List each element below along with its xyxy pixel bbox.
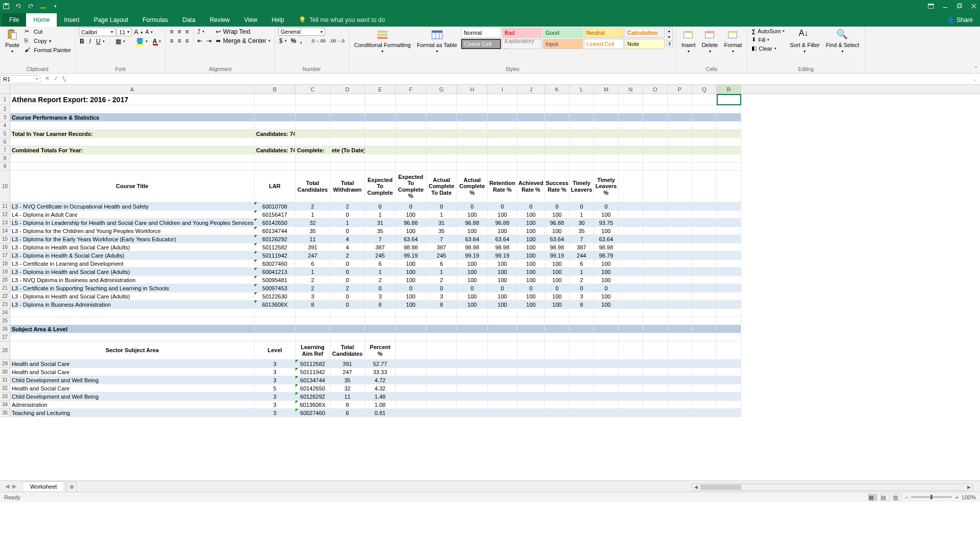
cell[interactable] bbox=[692, 284, 717, 292]
cell[interactable] bbox=[488, 163, 517, 171]
cell[interactable]: 100 bbox=[517, 301, 545, 309]
cell[interactable] bbox=[668, 94, 692, 105]
cell[interactable] bbox=[668, 276, 692, 284]
cell[interactable] bbox=[10, 138, 255, 146]
cell[interactable]: ete (To Date): 726 - 97.98% bbox=[330, 146, 365, 154]
cell[interactable] bbox=[717, 276, 741, 284]
cell[interactable]: 60134744 bbox=[255, 227, 295, 235]
cell[interactable]: 100 bbox=[396, 260, 426, 268]
cell[interactable] bbox=[643, 409, 668, 417]
cell[interactable] bbox=[692, 292, 717, 301]
cell[interactable]: 391 bbox=[295, 243, 330, 251]
cell[interactable] bbox=[545, 138, 569, 146]
increase-decimal-button[interactable]: .0→.00 bbox=[310, 37, 327, 45]
cell[interactable]: 35 bbox=[330, 376, 365, 384]
cell[interactable]: 8 bbox=[330, 401, 365, 409]
cell[interactable] bbox=[717, 409, 741, 417]
cell[interactable] bbox=[643, 360, 668, 368]
cell[interactable] bbox=[545, 122, 569, 130]
cell[interactable]: 96.88 bbox=[457, 219, 488, 227]
cell[interactable]: 0 bbox=[396, 202, 426, 211]
cell[interactable]: 0 bbox=[396, 284, 426, 292]
cell[interactable] bbox=[396, 360, 426, 368]
cell[interactable]: Subject Area & Level bbox=[10, 325, 255, 333]
conditional-formatting-button[interactable]: Conditional Formatting▾ bbox=[352, 28, 413, 55]
cell[interactable]: 0 bbox=[594, 202, 619, 211]
insert-cells-button[interactable]: Insert▾ bbox=[679, 28, 698, 55]
row-header-12[interactable]: 12 bbox=[0, 211, 10, 219]
cell[interactable]: 100 bbox=[517, 219, 545, 227]
cell[interactable] bbox=[619, 227, 643, 235]
cell[interactable] bbox=[619, 130, 643, 138]
cell[interactable]: 1 bbox=[295, 268, 330, 276]
cell[interactable]: 52.77 bbox=[365, 360, 396, 368]
sheet-tab-worksheet[interactable]: Worksheet bbox=[22, 481, 64, 491]
cell[interactable] bbox=[330, 138, 365, 146]
cell[interactable]: 63.64 bbox=[488, 235, 517, 243]
cell[interactable] bbox=[330, 94, 365, 105]
cell[interactable]: 100 bbox=[488, 227, 517, 235]
cell[interactable] bbox=[488, 130, 517, 138]
cell[interactable] bbox=[643, 235, 668, 243]
cell[interactable] bbox=[594, 154, 619, 163]
cell[interactable]: 2 bbox=[426, 276, 457, 284]
cell[interactable] bbox=[569, 154, 594, 163]
cell[interactable]: Expected To Complete % bbox=[396, 171, 426, 202]
cell[interactable] bbox=[426, 341, 457, 360]
cell[interactable] bbox=[717, 401, 741, 409]
cell[interactable] bbox=[569, 105, 594, 113]
cell[interactable] bbox=[330, 309, 365, 317]
cell[interactable] bbox=[396, 401, 426, 409]
cell[interactable] bbox=[426, 105, 457, 113]
cell[interactable] bbox=[717, 171, 741, 202]
cell[interactable] bbox=[594, 317, 619, 325]
cell[interactable]: 100 bbox=[457, 268, 488, 276]
cell[interactable] bbox=[569, 130, 594, 138]
row-header-30[interactable]: 30 bbox=[0, 368, 10, 376]
cell[interactable] bbox=[517, 368, 545, 376]
italic-button[interactable]: I bbox=[88, 37, 92, 45]
col-header-B[interactable]: B bbox=[255, 85, 295, 94]
cell[interactable]: 3 bbox=[255, 409, 295, 417]
cell[interactable] bbox=[10, 154, 255, 163]
cell[interactable] bbox=[295, 325, 330, 333]
cell[interactable] bbox=[668, 341, 692, 360]
cell[interactable]: 100 bbox=[545, 227, 569, 235]
cell[interactable] bbox=[619, 401, 643, 409]
cell[interactable] bbox=[594, 360, 619, 368]
cell[interactable] bbox=[619, 219, 643, 227]
cell[interactable]: 0 bbox=[488, 284, 517, 292]
row-header-20[interactable]: 20 bbox=[0, 276, 10, 284]
cell[interactable]: Complete: bbox=[295, 146, 330, 154]
cell[interactable] bbox=[643, 94, 668, 105]
cell[interactable] bbox=[717, 122, 741, 130]
cell[interactable] bbox=[619, 341, 643, 360]
cell[interactable] bbox=[365, 317, 396, 325]
cell[interactable]: 0 bbox=[365, 284, 396, 292]
cell[interactable] bbox=[488, 317, 517, 325]
cell[interactable] bbox=[488, 368, 517, 376]
cell[interactable] bbox=[619, 333, 643, 341]
cell[interactable]: 33.33 bbox=[365, 368, 396, 376]
cell[interactable] bbox=[643, 309, 668, 317]
cell[interactable] bbox=[668, 376, 692, 384]
cell[interactable] bbox=[10, 317, 255, 325]
ribbon-options-icon[interactable] bbox=[927, 2, 935, 10]
cell[interactable]: 100 bbox=[517, 268, 545, 276]
cell[interactable] bbox=[488, 384, 517, 393]
cell[interactable]: Health and Social Care bbox=[10, 368, 255, 376]
cell[interactable] bbox=[569, 376, 594, 384]
cell[interactable] bbox=[396, 368, 426, 376]
cell[interactable]: 60027460 bbox=[295, 409, 330, 417]
cell[interactable]: 100 bbox=[517, 276, 545, 284]
clear-button[interactable]: ◧Clear ▾ bbox=[750, 44, 786, 52]
cell[interactable] bbox=[594, 333, 619, 341]
bold-button[interactable]: B bbox=[79, 37, 85, 45]
cell[interactable] bbox=[717, 219, 741, 227]
cell[interactable] bbox=[643, 113, 668, 122]
cell[interactable]: 50097453 bbox=[255, 284, 295, 292]
align-left-button[interactable]: ≡ bbox=[169, 37, 174, 45]
cell[interactable]: Total Candidates bbox=[330, 341, 365, 360]
cell[interactable] bbox=[396, 138, 426, 146]
cell[interactable] bbox=[594, 384, 619, 393]
